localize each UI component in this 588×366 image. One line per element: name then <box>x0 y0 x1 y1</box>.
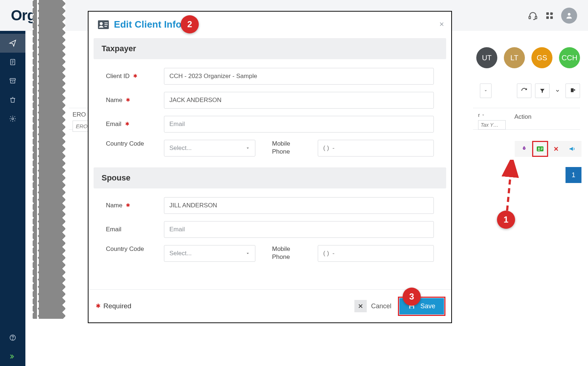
left-sidebar <box>0 31 25 366</box>
taxpayer-phone-input[interactable] <box>318 140 434 156</box>
edit-client-modal: Edit Client Info × Taxpayer Client ID✱ N… <box>88 11 452 323</box>
caret-down-icon <box>246 251 250 256</box>
section-header-spouse: Spouse <box>94 167 446 188</box>
modal-body: Taxpayer Client ID✱ Name✱ Email✱ Country… <box>89 35 451 289</box>
action-edit-client-icon[interactable] <box>533 142 547 156</box>
spouse-phone-label: Mobile Phone <box>272 245 305 261</box>
modal-header: Edit Client Info × <box>89 12 451 35</box>
client-id-label: Client ID✱ <box>106 73 164 80</box>
svg-point-15 <box>12 339 13 339</box>
required-star-icon: ✱ <box>126 97 130 103</box>
annotation-step-1: 1 <box>497 211 515 229</box>
sidebar-item-document[interactable] <box>0 53 25 72</box>
close-icon <box>354 300 367 312</box>
collaborator-avatars: UT LT GS CCH <box>476 47 580 68</box>
spouse-phone-input[interactable] <box>318 245 434 262</box>
avatar-ut[interactable]: UT <box>476 47 497 68</box>
action-rocket-icon[interactable] <box>517 142 531 156</box>
annotation-arrow <box>501 160 519 214</box>
client-id-input[interactable] <box>164 68 434 85</box>
required-star-icon: ✱ <box>125 121 129 127</box>
svg-rect-21 <box>541 150 542 150</box>
svg-rect-2 <box>546 12 549 15</box>
modal-close-button[interactable]: × <box>439 20 444 29</box>
action-announce-icon[interactable] <box>565 142 579 156</box>
table-toolbar <box>480 84 580 98</box>
svg-rect-24 <box>104 23 108 23</box>
sidebar-item-help[interactable] <box>0 328 25 347</box>
dropdown-toggle[interactable] <box>480 84 492 98</box>
table-header-peek: r Action <box>473 108 580 130</box>
spouse-country-label: Country Code <box>106 245 164 253</box>
svg-point-6 <box>568 13 570 15</box>
annotation-step-3: 3 <box>403 288 421 306</box>
sidebar-item-send[interactable] <box>0 34 25 53</box>
svg-rect-5 <box>550 16 553 19</box>
svg-rect-28 <box>410 306 413 309</box>
modal-title: Edit Client Info <box>114 19 182 30</box>
svg-rect-1 <box>535 16 537 19</box>
spouse-email-input[interactable] <box>164 221 434 238</box>
svg-rect-4 <box>546 16 549 19</box>
taxpayer-email-input[interactable] <box>164 116 434 133</box>
svg-rect-26 <box>104 26 107 27</box>
required-star-icon: ✱ <box>133 73 137 79</box>
taxpayer-name-input[interactable] <box>164 92 434 109</box>
tax-year-filter-input[interactable] <box>478 120 506 130</box>
svg-point-16 <box>524 148 525 149</box>
annotation-step-2: 2 <box>181 15 199 33</box>
filter-expand[interactable] <box>553 84 562 98</box>
sidebar-item-settings[interactable] <box>0 109 25 128</box>
user-avatar[interactable] <box>561 8 577 24</box>
svg-rect-19 <box>541 148 543 148</box>
modal-footer: ✱ Required Cancel Save <box>89 289 451 322</box>
spouse-email-label: Email <box>106 226 164 233</box>
avatar-gs[interactable]: GS <box>531 47 552 68</box>
column-header-action: Action <box>514 112 531 121</box>
svg-rect-0 <box>529 16 530 19</box>
svg-rect-25 <box>104 24 108 25</box>
sidebar-item-archive[interactable] <box>0 72 25 90</box>
sort-caret-icon[interactable] <box>481 113 485 117</box>
required-star-icon: ✱ <box>126 202 130 208</box>
filter-button[interactable] <box>535 84 550 98</box>
svg-rect-20 <box>541 149 543 149</box>
page-number-badge[interactable]: 1 <box>566 167 581 183</box>
taxpayer-country-label: Country Code <box>106 140 164 148</box>
torn-edge-decoration <box>33 0 65 319</box>
spouse-country-select[interactable]: Select... <box>164 245 255 262</box>
apps-icon[interactable] <box>544 11 555 21</box>
refresh-button[interactable] <box>517 84 531 98</box>
action-cell <box>515 141 581 157</box>
svg-rect-11 <box>10 78 16 80</box>
headset-icon[interactable] <box>528 11 538 21</box>
spouse-name-input[interactable] <box>164 197 434 214</box>
column-header-year[interactable]: r <box>478 112 480 118</box>
sidebar-item-expand[interactable] <box>0 347 25 366</box>
contact-card-icon <box>98 20 109 29</box>
required-note: ✱ Required <box>96 302 131 310</box>
export-button[interactable] <box>566 84 580 98</box>
taxpayer-phone-label: Mobile Phone <box>272 140 305 156</box>
svg-point-13 <box>12 118 14 120</box>
svg-line-30 <box>507 164 511 211</box>
caret-down-icon <box>246 146 250 150</box>
section-header-taxpayer: Taxpayer <box>94 38 446 59</box>
svg-rect-3 <box>550 12 553 15</box>
taxpayer-country-select[interactable]: Select... <box>164 140 255 156</box>
avatar-cch[interactable]: CCH <box>559 47 580 68</box>
taxpayer-email-label: Email✱ <box>106 121 164 128</box>
svg-point-23 <box>100 22 103 25</box>
cancel-button[interactable]: Cancel <box>346 296 399 317</box>
svg-point-18 <box>538 147 540 149</box>
taxpayer-name-label: Name✱ <box>106 97 164 104</box>
action-delete-icon[interactable] <box>549 142 563 156</box>
spouse-name-label: Name✱ <box>106 202 164 209</box>
sidebar-item-trash[interactable] <box>0 90 25 109</box>
avatar-lt[interactable]: LT <box>504 47 525 68</box>
